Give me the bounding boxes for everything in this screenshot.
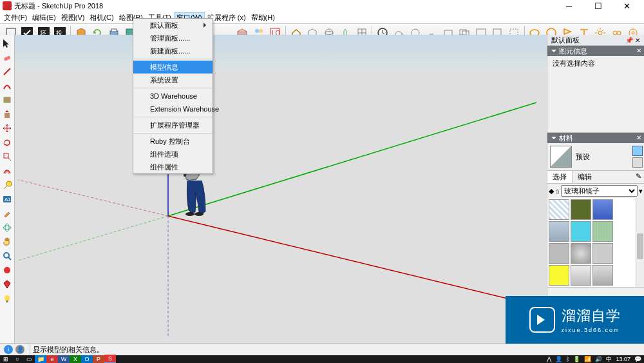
dd-manage-tray[interactable]: 管理面板...... <box>133 32 213 44</box>
arc-tool-icon[interactable] <box>1 80 13 92</box>
clock[interactable]: 13:07 <box>616 356 630 362</box>
create-material-icon[interactable] <box>632 146 643 156</box>
watermark-banner: 溜溜自学 zixue.3d66.com <box>506 296 644 344</box>
wifi-icon[interactable]: 📶 <box>584 356 591 362</box>
paint-tool-icon[interactable] <box>1 208 13 219</box>
menu-camera[interactable]: 相机(C) <box>87 12 116 23</box>
material-swatch[interactable] <box>592 199 613 220</box>
app-icon <box>3 1 12 10</box>
viewport[interactable] <box>15 35 547 344</box>
red-ball-icon[interactable] <box>1 264 13 276</box>
battery-icon[interactable]: 🔋 <box>573 356 580 362</box>
volume-icon[interactable]: 🔊 <box>595 356 602 362</box>
material-swatch[interactable] <box>549 199 569 220</box>
menu-file[interactable]: 文件(F) <box>1 12 30 23</box>
material-swatch[interactable] <box>592 243 613 264</box>
text-tool-icon[interactable]: A1 <box>1 193 13 205</box>
dd-3dwarehouse[interactable]: 3D Warehouse <box>133 90 213 103</box>
category-menu-icon[interactable]: ▾ <box>639 187 643 195</box>
svg-point-38 <box>6 181 12 186</box>
material-swatch[interactable] <box>549 221 569 242</box>
dd-model-info[interactable]: 模型信息 <box>133 61 213 74</box>
status-person-icon[interactable]: 👤 <box>15 345 24 354</box>
entity-info-header[interactable]: 图元信息✕ <box>547 46 644 56</box>
bulb-icon[interactable] <box>1 293 13 304</box>
material-swatch[interactable] <box>571 265 591 286</box>
swatches-scrollbar[interactable] <box>636 198 644 287</box>
eraser-tool-icon[interactable] <box>1 52 13 63</box>
material-swatch[interactable] <box>549 265 569 286</box>
windows-taskbar: ⊞ ○ ▭ 📁 e W X O P S ⋀ 👤 ᛒ 🔋 📶 🔊 中 13:07 … <box>0 355 644 363</box>
eyedropper-icon[interactable]: ✎ <box>633 171 644 183</box>
window-menu-dropdown: 默认面板 管理面板...... 新建面板...... 模型信息 系统设置 3D … <box>133 18 213 174</box>
close-button[interactable]: ✕ <box>612 0 641 12</box>
back-arrow-icon[interactable]: ◆ <box>549 187 554 195</box>
outlook-icon[interactable]: O <box>81 355 93 363</box>
taskview-icon[interactable]: ▭ <box>23 355 35 363</box>
dd-new-tray[interactable]: 新建面板...... <box>133 44 213 57</box>
dd-extmanager[interactable]: 扩展程序管理器 <box>133 119 213 132</box>
material-swatch[interactable] <box>571 221 591 242</box>
svg-rect-35 <box>4 97 10 103</box>
select-tool-icon[interactable] <box>1 37 13 49</box>
offset-tool-icon[interactable] <box>1 165 13 177</box>
line-tool-icon[interactable] <box>1 66 13 77</box>
home-icon[interactable]: ⌂ <box>555 187 560 195</box>
status-info-icon: i <box>4 345 13 354</box>
tray-title[interactable]: 默认面板 📌 ✕ <box>547 35 644 46</box>
material-swatch[interactable] <box>571 243 591 264</box>
people-tray-icon[interactable]: 👤 <box>555 356 562 362</box>
dd-ruby[interactable]: Ruby 控制台 <box>133 135 213 148</box>
ppt-icon[interactable]: P <box>93 355 104 363</box>
axes <box>15 35 547 344</box>
materials-edit-tab[interactable]: 编辑 <box>573 171 597 183</box>
notification-icon[interactable]: 💬 <box>634 356 641 362</box>
dd-extwarehouse[interactable]: Extension Warehouse <box>133 103 213 115</box>
rotate-tool-icon[interactable] <box>1 137 13 148</box>
svg-point-11 <box>255 29 259 33</box>
entity-info-body: 没有选择内容 <box>547 56 644 133</box>
material-preview[interactable] <box>550 146 572 168</box>
pushpull-tool-icon[interactable] <box>1 108 13 120</box>
tape-tool-icon[interactable] <box>1 179 13 191</box>
bluetooth-icon[interactable]: ᛒ <box>566 356 569 362</box>
rect-tool-icon[interactable] <box>1 94 13 106</box>
default-material-icon[interactable] <box>632 157 643 168</box>
orbit-tool-icon[interactable] <box>1 222 13 233</box>
dd-comp-attr[interactable]: 组件属性 <box>133 161 213 173</box>
edge-icon[interactable]: e <box>46 355 58 363</box>
menu-help[interactable]: 帮助(H) <box>249 12 278 23</box>
material-category-select[interactable]: 玻璃和镜子 <box>561 185 638 197</box>
menu-view[interactable]: 视图(V) <box>59 12 88 23</box>
svg-line-49 <box>168 103 536 216</box>
dd-preferences[interactable]: 系统设置 <box>133 74 213 86</box>
explorer-icon[interactable]: 📁 <box>35 355 46 363</box>
menu-edit[interactable]: 编辑(E) <box>30 12 59 23</box>
scale-tool-icon[interactable] <box>1 151 13 162</box>
gem-icon[interactable] <box>1 279 13 290</box>
svg-rect-46 <box>6 300 8 302</box>
dd-default-tray[interactable]: 默认面板 <box>133 19 213 32</box>
cortana-icon[interactable]: ○ <box>12 355 23 363</box>
material-swatch[interactable] <box>549 243 569 264</box>
move-tool-icon[interactable] <box>1 123 13 134</box>
materials-select-tab[interactable]: 选择 <box>547 171 573 183</box>
start-button[interactable]: ⊞ <box>0 355 12 363</box>
materials-header[interactable]: 材料✕ <box>547 133 644 143</box>
pan-tool-icon[interactable] <box>1 236 13 248</box>
word-icon[interactable]: W <box>58 355 70 363</box>
tray-up-icon[interactable]: ⋀ <box>547 356 551 362</box>
excel-icon[interactable]: X <box>70 355 81 363</box>
svg-point-12 <box>259 29 263 33</box>
tray-pin-icon[interactable]: 📌 ✕ <box>625 37 640 44</box>
watermark-url: zixue.3d66.com <box>562 327 621 333</box>
sketchup-task-icon[interactable]: S <box>104 355 116 363</box>
ime-icon[interactable]: 中 <box>606 355 612 364</box>
material-swatch[interactable] <box>592 265 613 286</box>
dd-comp-opt[interactable]: 组件选项 <box>133 148 213 161</box>
zoom-tool-icon[interactable] <box>1 250 13 262</box>
material-swatch[interactable] <box>592 221 613 242</box>
maximize-button[interactable]: ☐ <box>583 0 612 12</box>
material-swatch[interactable] <box>571 199 591 220</box>
minimize-button[interactable]: ─ <box>554 0 583 12</box>
